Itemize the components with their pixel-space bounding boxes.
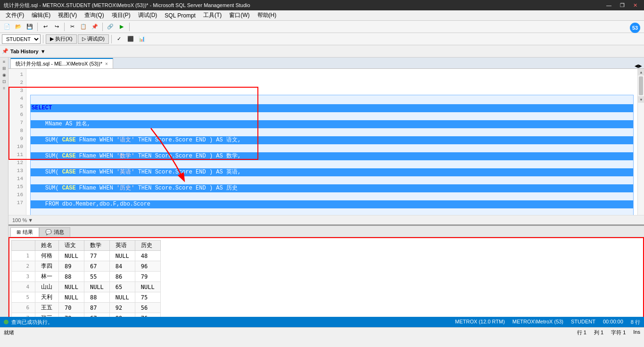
cell-3: 92 — [109, 303, 135, 313]
debug-button[interactable]: ▷ 调试(D) — [78, 34, 109, 44]
editor-tab-active[interactable]: 统计并分组.sql - ME...X\MetroX (53))* × — [10, 58, 113, 68]
cell-3: 65 — [109, 282, 135, 292]
menu-edit[interactable]: 编辑(E) — [28, 10, 54, 20]
check-btn[interactable]: ✓ — [114, 34, 124, 44]
cell-1: 88 — [59, 272, 84, 282]
row-number: 2 — [12, 261, 35, 272]
code-content[interactable]: SELECT MName AS 姓名, SUM( CASE FName WHEN… — [26, 69, 637, 215]
status-right: METROX (12.0 RTM) METROX\MetroX (53) STU… — [455, 319, 640, 326]
new-query-btn[interactable]: 📄 — [2, 22, 12, 32]
results-tab-table[interactable]: ⊞ 结果 — [10, 227, 39, 237]
execute-run-btn[interactable]: ▶ — [116, 22, 127, 32]
sidebar-icon-5[interactable]: ⌗ — [3, 86, 5, 91]
col-indicator: 列 1 — [594, 329, 603, 336]
cell-4: 96 — [135, 261, 160, 272]
bottom-ready-label: 就绪 — [4, 329, 14, 336]
title-text: 统计并分组.sql - METROX.STUDENT (METROX\Metro… — [4, 2, 250, 9]
results-table-label: 结果 — [23, 229, 33, 236]
menu-view[interactable]: 视图(V) — [54, 10, 81, 20]
results-btn[interactable]: 📊 — [137, 34, 147, 44]
cell-2: 87 — [84, 303, 109, 313]
menu-project[interactable]: 项目(P) — [108, 10, 134, 20]
undo-btn[interactable]: ↩ — [40, 22, 50, 32]
debug-icon: ▷ — [82, 36, 86, 42]
menu-sqlprompt[interactable]: SQL Prompt — [161, 11, 199, 20]
tab-scroll-right[interactable]: ▶ — [638, 63, 642, 68]
editor-wrapper: ≡ ⊞ ◉ ⊡ ⌗ 统计并分组.sql - ME...X\MetroX (53)… — [0, 58, 644, 327]
menu-debug[interactable]: 调试(D) — [134, 10, 161, 20]
results-messages-label: 消息 — [54, 229, 64, 236]
debug-label: 调试(D) — [87, 35, 105, 42]
cell-3: 84 — [109, 261, 135, 272]
cell-4: NULL — [135, 282, 160, 292]
menu-window[interactable]: 窗口(W) — [225, 10, 253, 20]
editor-scrollbar[interactable]: ▲ ▼ — [637, 69, 644, 215]
bottom-status-bar: 就绪 行 1 列 1 字符 1 Ins — [0, 327, 644, 338]
save-btn[interactable]: 💾 — [25, 22, 35, 32]
sidebar-icon-4[interactable]: ⊡ — [2, 79, 6, 84]
tab-history-label: Tab History — [10, 49, 39, 54]
cell-1: NULL — [59, 282, 84, 292]
results-content: 姓名 语文 数学 英语 历史 1何格NULL77NULL482李四8967849… — [8, 237, 644, 327]
row-number: 6 — [12, 303, 35, 313]
redo-btn[interactable]: ↪ — [51, 22, 62, 32]
table-row: 4山山NULLNULL65NULL — [12, 282, 161, 292]
toolbar1: 📄 📂 💾 ↩ ↪ ✂ 📋 📌 🔗 ▶ 53 — [0, 21, 644, 33]
menu-help[interactable]: 帮助(H) — [254, 10, 281, 20]
toolbar2: STUDENT ▶ 执行(X) ▷ 调试(D) ✓ ⬛ 📊 — [0, 33, 644, 45]
zoom-dropdown[interactable]: ▼ — [28, 217, 33, 223]
sidebar-icon-1[interactable]: ≡ — [3, 59, 5, 64]
results-tab-messages[interactable]: 💬 消息 — [39, 227, 70, 237]
results-table-icon: ⊞ — [17, 229, 21, 235]
code-editor[interactable]: 12345 678910 1112131415 1617 SELECT MNam… — [8, 69, 644, 215]
editor-container: 统计并分组.sql - ME...X\MetroX (53))* × ◀ ▶ 1… — [8, 58, 644, 327]
scroll-down-btn[interactable]: ▼ — [638, 96, 644, 103]
table-row: 1何格NULL77NULL48 — [12, 251, 161, 261]
cell-4: 56 — [135, 303, 160, 313]
tab-close-btn[interactable]: × — [105, 61, 108, 66]
status-db: STUDENT — [571, 319, 595, 326]
status-left: 查询已成功执行。 — [4, 319, 53, 326]
menu-query[interactable]: 查询(Q) — [81, 10, 107, 20]
sidebar-icon-3[interactable]: ◉ — [2, 73, 6, 77]
menu-bar: 文件(F) 编辑(E) 视图(V) 查询(Q) 项目(P) 调试(D) SQL … — [0, 10, 644, 21]
title-bar-controls[interactable]: — ❐ ✕ — [603, 1, 640, 9]
row-number: 3 — [12, 272, 35, 282]
connect-btn[interactable]: 🔗 — [105, 22, 116, 32]
maximize-btn[interactable]: ❐ — [617, 1, 627, 9]
cell-0: 山山 — [35, 282, 59, 292]
status-server: METROX (12.0 RTM) — [455, 319, 505, 326]
cut-btn[interactable]: ✂ — [67, 22, 77, 32]
bottom-coords: 行 1 列 1 字符 1 Ins — [577, 329, 640, 336]
database-dropdown[interactable]: STUDENT — [2, 34, 41, 44]
row-indicator: 行 1 — [577, 329, 586, 336]
cell-0: 何格 — [35, 251, 59, 261]
line-numbers: 12345 678910 1112131415 1617 — [8, 69, 26, 215]
status-green-dot — [4, 320, 8, 324]
cell-0: 李四 — [35, 261, 59, 272]
sidebar-icon-2[interactable]: ⊞ — [2, 66, 6, 71]
status-time: 00:00:00 — [603, 319, 623, 326]
cell-2: 55 — [84, 272, 109, 282]
cell-1: NULL — [59, 251, 84, 261]
paste-btn[interactable]: 📌 — [90, 22, 100, 32]
tab-scroll-left[interactable]: ◀ — [635, 63, 638, 68]
cell-1: NULL — [59, 292, 84, 303]
cell-4: 79 — [135, 272, 160, 282]
close-btn[interactable]: ✕ — [630, 1, 640, 9]
cell-2: 88 — [84, 292, 109, 303]
tab-history-arrow[interactable]: ▼ — [41, 49, 46, 54]
table-row: 3林一88558679 — [12, 272, 161, 282]
scroll-thumb[interactable] — [639, 76, 643, 95]
tab-bar: 统计并分组.sql - ME...X\MetroX (53))* × ◀ ▶ — [8, 58, 644, 69]
menu-tools[interactable]: 工具(T) — [199, 10, 225, 20]
minimize-btn[interactable]: — — [603, 1, 614, 9]
stop-btn[interactable]: ⬛ — [125, 34, 136, 44]
sep1 — [37, 23, 38, 31]
scroll-up-btn[interactable]: ▲ — [638, 69, 644, 75]
copy-btn[interactable]: 📋 — [78, 22, 89, 32]
execute-button[interactable]: ▶ 执行(X) — [46, 34, 77, 44]
cell-2: 67 — [84, 261, 109, 272]
menu-file[interactable]: 文件(F) — [2, 10, 28, 20]
open-btn[interactable]: 📂 — [13, 22, 24, 32]
